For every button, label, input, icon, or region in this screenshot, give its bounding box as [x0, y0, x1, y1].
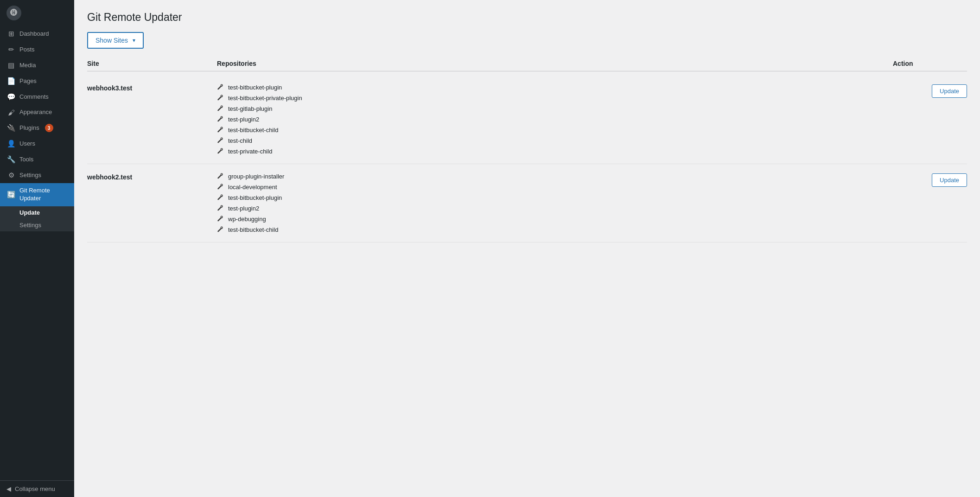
- col-action-header: Action: [893, 60, 967, 67]
- plugin-icon: [217, 94, 224, 102]
- plugin-icon: [217, 137, 224, 145]
- list-item: test-gitlab-plugin: [217, 105, 893, 113]
- sidebar-item-tools[interactable]: 🔧 Tools: [0, 152, 74, 167]
- list-item: test-bitbucket-private-plugin: [217, 94, 893, 102]
- collapse-label: Collapse menu: [15, 485, 55, 492]
- pages-icon: 📄: [6, 77, 16, 85]
- sidebar-item-users[interactable]: 👤 Users: [0, 136, 74, 152]
- table-header: Site Repositories Action: [87, 60, 967, 71]
- list-item: test-plugin2: [217, 204, 893, 212]
- sidebar-item-comments[interactable]: 💬 Comments: [0, 89, 74, 105]
- repo-name: wp-debugging: [228, 216, 266, 223]
- sidebar-item-plugins[interactable]: 🔌 Plugins 3: [0, 120, 74, 136]
- plugin-icon: [217, 172, 224, 180]
- sidebar-submenu: Update Settings: [0, 206, 74, 231]
- table-row: webhook3.test test-bitbucket-plugin test…: [87, 75, 967, 164]
- sidebar-item-label: Pages: [19, 77, 37, 85]
- repo-list: test-bitbucket-plugin test-bitbucket-pri…: [217, 83, 893, 155]
- plugin-icon: [217, 204, 224, 212]
- plugin-icon: [217, 194, 224, 202]
- page-title: Git Remote Updater: [87, 11, 967, 24]
- show-sites-dropdown[interactable]: Show Sites ▾: [87, 32, 144, 49]
- dashboard-icon: ⊞: [6, 30, 16, 38]
- plugins-icon: 🔌: [6, 124, 16, 132]
- posts-icon: ✏: [6, 45, 16, 54]
- plugin-icon: [217, 215, 224, 223]
- repo-name: test-bitbucket-plugin: [228, 84, 282, 91]
- wp-logo: 🅦: [6, 6, 21, 20]
- repo-name: test-bitbucket-child: [228, 226, 278, 233]
- submenu-item-update[interactable]: Update: [0, 206, 74, 219]
- collapse-menu-button[interactable]: ◀ Collapse menu: [0, 480, 74, 497]
- appearance-icon: 🖌: [6, 108, 16, 116]
- sidebar-item-label: Plugins: [19, 124, 39, 132]
- sidebar-item-label: Tools: [19, 156, 33, 164]
- sites-table: webhook3.test test-bitbucket-plugin test…: [87, 75, 967, 242]
- git-remote-icon: 🔄: [6, 191, 16, 199]
- repo-name: test-plugin2: [228, 116, 259, 123]
- plugin-icon: [217, 83, 224, 91]
- list-item: local-development: [217, 183, 893, 191]
- repo-name: test-child: [228, 137, 252, 144]
- list-item: test-child: [217, 137, 893, 145]
- plugin-icon: [217, 147, 224, 155]
- collapse-icon: ◀: [6, 485, 11, 492]
- users-icon: 👤: [6, 140, 16, 148]
- list-item: test-bitbucket-child: [217, 226, 893, 234]
- main-content: Git Remote Updater Show Sites ▾ Site Rep…: [74, 0, 980, 497]
- repo-name: group-plugin-installer: [228, 173, 284, 180]
- plugin-icon: [217, 105, 224, 113]
- sidebar-item-label: Comments: [19, 93, 49, 101]
- list-item: wp-debugging: [217, 215, 893, 223]
- settings-icon: ⚙: [6, 171, 16, 179]
- repo-name: test-bitbucket-plugin: [228, 194, 282, 201]
- col-repos-header: Repositories: [217, 60, 893, 67]
- sidebar-item-media[interactable]: ▤ Media: [0, 57, 74, 73]
- list-item: test-private-child: [217, 147, 893, 155]
- sidebar-item-label: Settings: [19, 172, 41, 179]
- list-item: test-bitbucket-plugin: [217, 194, 893, 202]
- plugin-icon: [217, 226, 224, 234]
- comments-icon: 💬: [6, 93, 16, 101]
- media-icon: ▤: [6, 61, 16, 70]
- sidebar-item-posts[interactable]: ✏ Posts: [0, 42, 74, 57]
- sidebar-item-label: Git Remote Updater: [19, 187, 68, 203]
- repo-name: test-plugin2: [228, 205, 259, 212]
- repo-list: group-plugin-installer local-development…: [217, 172, 893, 234]
- sidebar-item-label: Posts: [19, 46, 35, 54]
- sidebar-item-label: Appearance: [19, 108, 52, 116]
- site-name: webhook3.test: [87, 83, 217, 92]
- sidebar-item-pages[interactable]: 📄 Pages: [0, 73, 74, 89]
- action-col: Update: [893, 83, 967, 98]
- plugin-icon: [217, 126, 224, 134]
- list-item: test-bitbucket-plugin: [217, 83, 893, 91]
- repo-name: test-gitlab-plugin: [228, 105, 272, 112]
- sidebar-item-label: Dashboard: [19, 30, 49, 38]
- repo-name: test-bitbucket-private-plugin: [228, 95, 302, 102]
- sidebar-item-dashboard[interactable]: ⊞ Dashboard: [0, 26, 74, 42]
- list-item: test-plugin2: [217, 115, 893, 123]
- update-button[interactable]: Update: [932, 173, 967, 187]
- sidebar-item-git-remote-updater[interactable]: 🔄 Git Remote Updater: [0, 183, 74, 206]
- repo-name: test-private-child: [228, 148, 272, 155]
- sidebar-logo: 🅦: [0, 0, 74, 26]
- sidebar-item-appearance[interactable]: 🖌 Appearance: [0, 105, 74, 120]
- submenu-item-settings[interactable]: Settings: [0, 219, 74, 231]
- site-name: webhook2.test: [87, 172, 217, 181]
- plugins-badge: 3: [45, 124, 53, 132]
- action-col: Update: [893, 172, 967, 187]
- table-row: webhook2.test group-plugin-installer loc…: [87, 164, 967, 242]
- sidebar-item-label: Media: [19, 62, 36, 70]
- plugin-icon: [217, 183, 224, 191]
- sidebar-item-label: Users: [19, 140, 35, 148]
- sidebar: 🅦 ⊞ Dashboard ✏ Posts ▤ Media 📄 Pages 💬 …: [0, 0, 74, 497]
- chevron-down-icon: ▾: [133, 37, 135, 44]
- dropdown-label: Show Sites: [95, 37, 128, 44]
- sidebar-item-settings[interactable]: ⚙ Settings: [0, 167, 74, 183]
- update-button[interactable]: Update: [932, 84, 967, 98]
- list-item: group-plugin-installer: [217, 172, 893, 180]
- tools-icon: 🔧: [6, 155, 16, 164]
- list-item: test-bitbucket-child: [217, 126, 893, 134]
- plugin-icon: [217, 115, 224, 123]
- col-site-header: Site: [87, 60, 217, 67]
